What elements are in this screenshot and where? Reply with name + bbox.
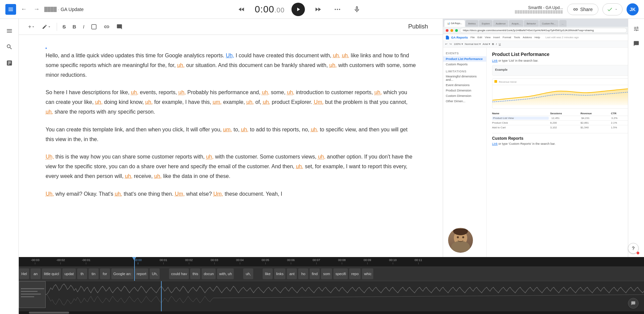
format-font[interactable]: Arial ▾	[483, 43, 490, 46]
link-button[interactable]	[101, 22, 112, 32]
browser-tab-explore[interactable]: Explore	[479, 20, 492, 27]
forward-button[interactable]: →	[32, 4, 42, 15]
mic-button[interactable]	[351, 3, 363, 16]
app-icon[interactable]	[5, 4, 16, 15]
format-undo[interactable]: ↩	[445, 43, 447, 46]
word-google[interactable]: Google an:	[111, 268, 133, 279]
back-button[interactable]: ←	[19, 4, 29, 15]
add-button[interactable]: +	[25, 22, 38, 32]
word-specifi[interactable]: specifi	[333, 268, 348, 279]
filler-uh-10: uh,	[95, 99, 103, 105]
share-button[interactable]: Share	[567, 4, 598, 15]
browser-tab-behavior[interactable]: Behavior	[524, 20, 539, 27]
sidebar-layers-button[interactable]	[3, 56, 16, 70]
fast-forward-button[interactable]	[312, 3, 324, 16]
timeline-scrollbar	[19, 311, 644, 314]
publish-button[interactable]: Publish	[400, 20, 436, 33]
custom-reports-link[interactable]: Link	[492, 142, 498, 145]
effects-button[interactable]	[331, 3, 344, 16]
link-word-1[interactable]: Uh,	[226, 53, 234, 58]
rewind-button[interactable]	[235, 3, 248, 16]
word-ant[interactable]: ant	[287, 268, 297, 279]
browser-tab-metrics[interactable]: Metrics	[466, 20, 479, 27]
word-repo[interactable]: repo	[349, 268, 361, 279]
check-button[interactable]	[602, 3, 623, 15]
word-uh2[interactable]: uh,	[243, 268, 253, 279]
ruler-mark-4: 00:04	[236, 258, 244, 264]
word-could-hav[interactable]: could hav	[169, 268, 189, 279]
word-report[interactable]: report	[135, 268, 149, 279]
scrollbar-thumb[interactable]	[29, 312, 69, 314]
left-sidebar	[0, 19, 19, 314]
word-docun[interactable]: docun	[202, 268, 216, 279]
browser-tab-more[interactable]: ...	[559, 20, 567, 27]
right-sidebar-settings-button[interactable]	[630, 23, 642, 35]
format-redo[interactable]: ↪	[449, 43, 452, 46]
word-uh[interactable]: Uh,	[150, 268, 160, 279]
pen-button[interactable]	[39, 22, 54, 32]
format-bold[interactable]: B	[492, 43, 494, 46]
comment-button[interactable]	[114, 22, 125, 32]
camera-face	[448, 228, 473, 253]
ruler-mark-7: 00:07	[313, 258, 320, 264]
browser-tab-acquisition[interactable]: Acquis...	[509, 20, 523, 27]
word-for[interactable]: for	[100, 268, 110, 279]
svg-rect-9	[19, 281, 46, 308]
paragraph-5: Uh, why email? Okay. That's uh, that's o…	[46, 189, 416, 199]
word-this[interactable]: this	[190, 268, 200, 279]
docs-chart: Revenue trend	[492, 78, 639, 109]
word-hel[interactable]: Hel	[19, 268, 29, 279]
browser-tab-ga[interactable]: 📊 GA Reps...	[444, 20, 465, 27]
nav-other-dim[interactable]: Other Dimen...	[443, 99, 486, 104]
custom-reports-section: Custom Reports Link or type 'Custom Repo…	[492, 133, 639, 145]
word-an[interactable]: an	[31, 268, 41, 279]
svg-point-2	[339, 9, 340, 10]
filler-uh-9: uh,	[374, 89, 382, 95]
format-underline[interactable]: U	[499, 43, 501, 46]
play-button[interactable]	[291, 3, 305, 16]
filler-uh-21: uh,	[125, 173, 132, 179]
word-links[interactable]: links	[274, 268, 285, 279]
highlight-button[interactable]	[88, 22, 100, 32]
right-sidebar	[628, 19, 644, 257]
address-bar[interactable]: https://docs.google.com/document/d/1snkZ…	[460, 28, 627, 33]
docs-body: Events Product List Performance Custom R…	[443, 48, 644, 257]
format-normal[interactable]: Normal text ▾	[465, 43, 481, 46]
nav-custom-reports[interactable]: Custom Reports	[443, 62, 486, 67]
docs-section-subtitle: Link or type 'List' in the search bar.	[492, 59, 639, 62]
svg-rect-12	[21, 294, 41, 295]
word-tin[interactable]: tin	[89, 268, 99, 279]
browser-tab-custom[interactable]: Custom Re...	[539, 20, 558, 27]
word-little[interactable]: little quicl	[42, 268, 61, 279]
sidebar-menu-button[interactable]	[3, 24, 16, 38]
nav-custom-dim[interactable]: Custom Dimension	[443, 93, 486, 99]
word-updat[interactable]: updat	[62, 268, 76, 279]
browser-tab-audience[interactable]: Audience	[493, 20, 508, 27]
word-with-uh[interactable]: with, uh	[217, 268, 234, 279]
format-italic[interactable]: I	[496, 43, 497, 46]
strikethrough-button[interactable]: S	[60, 22, 68, 32]
project-info[interactable]: Smartfit - GA Upd... ▓▓▓▓▓▓▓▓▓▓▓▓▓▓▓▓▓▓▓	[515, 5, 563, 13]
waveform-icon-1[interactable]	[628, 298, 639, 309]
bold-button[interactable]: B	[70, 22, 79, 32]
docs-view: View	[485, 36, 490, 39]
filler-uh-2: uh,	[342, 53, 349, 58]
sidebar-search-button[interactable]	[3, 40, 16, 54]
word-like[interactable]: like	[263, 268, 273, 279]
word-find[interactable]: find	[310, 268, 320, 279]
docs-file: File	[471, 36, 475, 39]
italic-button[interactable]: I	[80, 22, 87, 32]
nav-meaningful-dims[interactable]: Meaningful dimensions and...	[443, 74, 486, 82]
nav-product-dim[interactable]: Product Dimension	[443, 88, 486, 93]
format-zoom[interactable]: 100% ▾	[454, 43, 463, 46]
word-som[interactable]: som	[321, 268, 332, 279]
nav-event-dims[interactable]: Event dimensions	[443, 82, 486, 88]
word-whic[interactable]: whic	[362, 268, 373, 279]
word-th[interactable]: th	[77, 268, 87, 279]
nav-product-list[interactable]: Product List Performance	[443, 56, 486, 62]
avatar[interactable]: JK	[627, 3, 639, 15]
right-sidebar-chat-button[interactable]	[630, 38, 642, 50]
words-container: Hel an little quicl updat th tin for Goo…	[19, 266, 644, 281]
word-ho[interactable]: ho	[298, 268, 308, 279]
docs-link-list[interactable]: Link	[492, 59, 498, 62]
